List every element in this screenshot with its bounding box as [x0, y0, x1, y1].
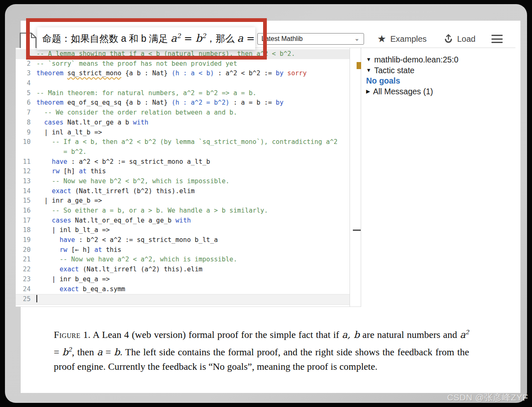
code-line[interactable]: 4	[16, 79, 350, 89]
code-token: this	[86, 168, 106, 175]
code-line[interactable]: 7 -- We consider the order relation betw…	[16, 108, 350, 118]
caption-segment: , then	[72, 347, 97, 357]
code-line-content: = b^2.	[36, 147, 350, 157]
line-number[interactable]: 9	[16, 128, 36, 138]
code-line[interactable]: 13 -- Now we have b^2 < b^2, which is im…	[16, 177, 350, 187]
code-line[interactable]: 2-- `sorry` means the proof has not been…	[16, 59, 350, 69]
code-token	[36, 109, 44, 116]
code-line-content: | inl a_lt_b =>	[36, 128, 350, 138]
code-line[interactable]: 24 exact b_eq_a.symm	[16, 285, 350, 294]
code-token: by	[276, 99, 284, 106]
line-number[interactable]: 21	[16, 255, 36, 265]
code-token: | inr b_eq_a =>	[36, 275, 110, 283]
line-number[interactable]: 5	[16, 89, 36, 98]
code-line[interactable]: 12 rw [h] at this	[16, 167, 350, 177]
code-line[interactable]: 3theorem sq_strict_mono {a b : Nat} (h :…	[16, 69, 350, 79]
code-token	[36, 285, 60, 293]
line-number[interactable]: 3	[16, 69, 36, 79]
infoview-section-header[interactable]: ▼mathlib-demo.lean:25:0	[366, 55, 515, 65]
line-number[interactable]: 20	[16, 245, 36, 255]
line-number[interactable]: 15	[16, 196, 36, 206]
code-line[interactable]: 5-- Main theorem: for natural numbers, a…	[16, 89, 350, 98]
caption-segment: b	[62, 347, 68, 357]
code-line[interactable]: 15 | inr a_ge_b =>	[16, 196, 350, 206]
code-token: cases	[52, 217, 71, 224]
tactic-state-goal: No goals	[366, 76, 515, 86]
infoview-label: No goals	[366, 76, 400, 86]
line-number[interactable]: 10	[16, 137, 36, 147]
code-line[interactable]: 8 cases Nat.lt_or_ge a b with	[16, 118, 350, 128]
code-line[interactable]: 11 have : a^2 < b^2 := sq_strict_mono a_…	[16, 157, 350, 167]
line-number[interactable]: 17	[16, 216, 36, 226]
line-number[interactable]: 6	[16, 98, 36, 108]
line-number[interactable]: 8	[16, 118, 36, 128]
code-line[interactable]: 14 exact (Nat.lt_irrefl (b^2) this).elim	[16, 187, 350, 196]
collapse-triangle-icon: ▼	[366, 65, 371, 76]
code-token	[36, 119, 44, 126]
line-number[interactable]: 11	[16, 157, 36, 167]
code-token: -- Now we have a^2 < a^2, which is impos…	[60, 256, 237, 263]
code-line-content	[36, 294, 350, 304]
line-number[interactable]: 4	[16, 79, 36, 89]
code-token	[36, 256, 60, 263]
line-number[interactable]	[16, 147, 36, 157]
caption-segment: 2	[465, 329, 469, 335]
line-number[interactable]: 23	[16, 275, 36, 285]
code-token: sorry	[288, 69, 307, 77]
code-line[interactable]: 16 -- So either a = b, or a > b. We hand…	[16, 206, 350, 216]
expand-triangle-icon: ▶	[366, 86, 370, 97]
scroll-position-marker	[353, 230, 361, 231]
examples-button[interactable]: ★ Examples	[377, 33, 427, 45]
code-token: -- `sorry` means the proof has not been …	[36, 60, 237, 67]
code-line[interactable]: 6theorem eq_of_sq_eq_sq {a b : Nat} (h :…	[16, 98, 350, 108]
code-line-content: | inr b_eq_a =>	[36, 275, 350, 285]
code-line[interactable]: 19 have : b^2 < a^2 := sq_strict_mono b_…	[16, 235, 350, 245]
infoview-section-header[interactable]: ▶All Messages (1)	[366, 86, 515, 97]
code-editor[interactable]: 1-- A lemma showing that if a < b (natur…	[16, 48, 350, 306]
star-icon: ★	[377, 34, 386, 44]
code-line[interactable]: 25	[16, 294, 350, 305]
code-token	[36, 187, 52, 195]
code-line[interactable]: 21 -- Now we have a^2 < a^2, which is im…	[16, 255, 350, 265]
load-button[interactable]: Load	[443, 33, 476, 45]
code-token: have	[60, 236, 75, 244]
code-line-content: -- Now we have a^2 < a^2, which is impos…	[36, 255, 350, 265]
line-number[interactable]: 22	[16, 265, 36, 275]
caption-segment: a	[460, 329, 465, 340]
code-token: = b^2.	[63, 148, 86, 156]
lean-infoview-panel: ▼mathlib-demo.lean:25:0▼Tactic stateNo g…	[362, 48, 515, 306]
code-token	[36, 236, 60, 244]
code-line[interactable]: 10 -- If a < b, then a^2 < b^2 (by lemma…	[16, 137, 350, 147]
caption-segment: b	[114, 347, 120, 357]
line-number[interactable]: 2	[16, 59, 36, 69]
line-number[interactable]: 16	[16, 206, 36, 216]
code-token: rw	[52, 168, 60, 175]
code-line[interactable]: 17 cases Nat.lt_or_eq_of_le a_ge_b with	[16, 216, 350, 226]
line-number[interactable]: 7	[16, 108, 36, 118]
line-number[interactable]: 18	[16, 225, 36, 235]
code-line[interactable]: 22 exact (Nat.lt_irrefl (a^2) this).elim	[16, 265, 350, 275]
caption-segment: =	[103, 347, 114, 357]
code-line[interactable]: 23 | inr b_eq_a =>	[16, 275, 350, 285]
editor-overview-ruler[interactable]	[350, 48, 361, 306]
hamburger-menu-button[interactable]	[491, 35, 503, 43]
line-number[interactable]: 12	[16, 167, 36, 177]
line-number[interactable]: 13	[16, 177, 36, 187]
line-number[interactable]: 19	[16, 235, 36, 245]
figure-caption: Figure 1. A Lean 4 (web version) formal …	[54, 325, 469, 374]
chevron-down-icon: ⌄	[354, 33, 359, 44]
collapse-triangle-icon: ▼	[366, 55, 371, 65]
line-number[interactable]: 25	[16, 294, 36, 304]
code-line[interactable]: 20 rw [← h] at this	[16, 245, 350, 255]
code-token: with	[175, 217, 191, 224]
code-line[interactable]: 18 | inl b_lt_a =>	[16, 225, 350, 235]
upload-icon	[443, 33, 453, 45]
code-line[interactable]: = b^2.	[16, 147, 350, 157]
mathlib-version-select[interactable]: Latest Mathlib ⌄	[257, 33, 364, 45]
code-line-content: exact b_eq_a.symm	[36, 285, 350, 294]
infoview-section-header[interactable]: ▼Tactic state	[366, 65, 515, 76]
code-token: [h]	[60, 168, 79, 175]
code-line[interactable]: 9 | inl a_lt_b =>	[16, 128, 350, 138]
line-number[interactable]: 24	[16, 285, 36, 294]
line-number[interactable]: 14	[16, 187, 36, 196]
